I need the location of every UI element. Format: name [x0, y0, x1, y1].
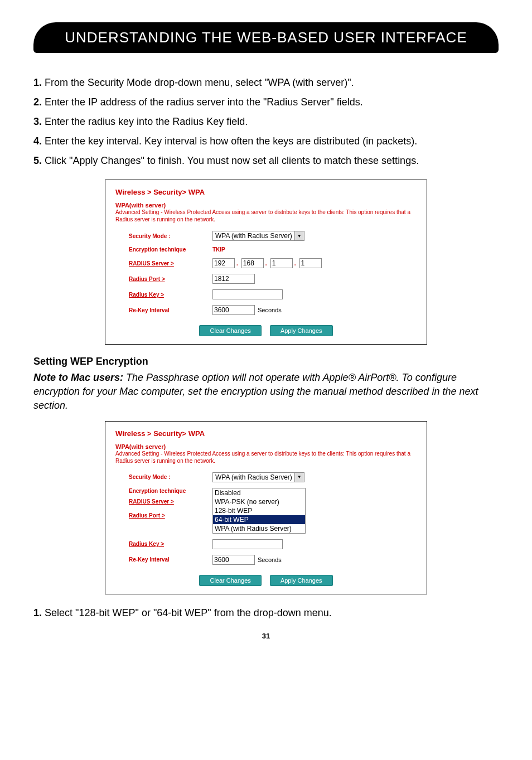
panel-description: Advanced Setting - Wireless Protected Ac… — [115, 209, 417, 223]
rekey-label: Re-Key Interval — [129, 307, 212, 313]
apply-changes-button[interactable]: Apply Changes — [270, 325, 333, 336]
encryption-label: Encryption technique — [129, 488, 212, 494]
top-instruction-list: 1. From the Security Mode drop-down menu… — [33, 75, 499, 168]
ip-separator: . — [236, 260, 238, 267]
security-mode-value: WPA (with Radius Server) — [213, 231, 294, 240]
radius-server-label[interactable]: RADIUS Server > — [129, 498, 212, 505]
note-lead: Note to Mac users: — [33, 372, 123, 383]
instruction-item: 1. Select "128-bit WEP" or "64-bit WEP" … — [33, 606, 499, 621]
page-number: 31 — [33, 632, 499, 640]
step-number: 1. — [33, 77, 42, 88]
radius-key-input[interactable] — [212, 289, 283, 299]
radius-key-label[interactable]: Radius Key > — [129, 541, 212, 547]
panel-subhead: WPA(with server) — [115, 202, 417, 209]
seconds-label: Seconds — [258, 307, 282, 313]
encryption-label: Encryption technique — [129, 246, 212, 253]
panel-description: Advanced Setting - Wireless Protected Ac… — [115, 450, 417, 464]
radius-port-input[interactable] — [212, 274, 255, 284]
instruction-item: 3. Enter the radius key into the Radius … — [33, 114, 499, 129]
security-mode-select[interactable]: WPA (with Radius Server) ▼ — [212, 472, 304, 482]
dropdown-option-selected[interactable]: 64-bit WEP — [213, 515, 305, 524]
radius-server-label[interactable]: RADIUS Server > — [129, 260, 212, 267]
security-mode-label: Security Mode : — [129, 233, 212, 239]
step-text: Enter the radius key into the Radius Key… — [45, 116, 248, 127]
step-number: 3. — [33, 116, 42, 127]
rekey-input[interactable] — [212, 555, 255, 565]
step-text: Click "Apply Changes" to finish. You mus… — [45, 155, 419, 166]
radius-key-input[interactable] — [212, 539, 283, 549]
page-header: UNDERSTANDING THE WEB-BASED USER INTERFA… — [33, 22, 499, 53]
dropdown-option[interactable]: WPA (with Radius Server) — [213, 524, 305, 533]
instruction-item: 4. Enter the key interval. Key interval … — [33, 134, 499, 149]
radius-ip-3[interactable] — [270, 258, 293, 268]
step-text: Enter the key interval. Key interval is … — [45, 135, 417, 147]
dropdown-option[interactable]: WPA-PSK (no server) — [213, 497, 305, 506]
bottom-instruction-list: 1. Select "128-bit WEP" or "64-bit WEP" … — [33, 606, 499, 621]
radius-ip-4[interactable] — [299, 258, 322, 268]
step-number: 4. — [33, 135, 42, 147]
step-text: From the Security Mode drop-down menu, s… — [45, 77, 354, 88]
apply-changes-button[interactable]: Apply Changes — [270, 575, 333, 586]
security-mode-select[interactable]: WPA (with Radius Server) ▼ — [212, 231, 304, 241]
security-mode-dropdown-open[interactable]: Disabled WPA-PSK (no server) 128-bit WEP… — [212, 488, 306, 534]
clear-changes-button[interactable]: Clear Changes — [199, 575, 261, 586]
dropdown-option[interactable]: Disabled — [213, 488, 305, 497]
wpa-config-screenshot-1: Wireless > Security> WPA WPA(with server… — [105, 180, 427, 345]
instruction-item: 1. From the Security Mode drop-down menu… — [33, 75, 499, 90]
step-number: 1. — [33, 607, 42, 618]
radius-ip-2[interactable] — [241, 258, 264, 268]
rekey-input[interactable] — [212, 305, 255, 315]
instruction-item: 5. Click "Apply Changes" to finish. You … — [33, 153, 499, 168]
radius-ip-1[interactable] — [212, 258, 235, 268]
dropdown-arrow-icon: ▼ — [294, 231, 304, 240]
panel-subhead: WPA(with server) — [115, 443, 417, 450]
seconds-label: Seconds — [258, 556, 282, 563]
instruction-item: 2. Enter the IP address of the radius se… — [33, 95, 499, 110]
clear-changes-button[interactable]: Clear Changes — [199, 325, 261, 336]
radius-port-label[interactable]: Radius Port > — [129, 512, 212, 519]
wpa-config-screenshot-2: Wireless > Security> WPA WPA(with server… — [105, 421, 427, 594]
ip-separator: . — [265, 260, 267, 267]
step-number: 2. — [33, 96, 42, 108]
radius-key-label[interactable]: Radius Key > — [129, 292, 212, 298]
step-text: Select "128-bit WEP" or "64-bit WEP" fro… — [45, 607, 332, 618]
mac-users-note: Note to Mac users: The Passphrase option… — [33, 371, 499, 413]
breadcrumb: Wireless > Security> WPA — [115, 429, 417, 438]
radius-port-label[interactable]: Radius Port > — [129, 276, 212, 282]
dropdown-arrow-icon: ▼ — [294, 473, 304, 482]
wep-section-title: Setting WEP Encryption — [33, 356, 499, 367]
step-text: Enter the IP address of the radius serve… — [45, 96, 363, 108]
rekey-label: Re-Key Interval — [129, 556, 212, 563]
step-number: 5. — [33, 155, 42, 166]
breadcrumb: Wireless > Security> WPA — [115, 188, 417, 196]
dropdown-option[interactable]: 128-bit WEP — [213, 506, 305, 515]
encryption-value: TKIP — [212, 246, 225, 253]
page-title: UNDERSTANDING THE WEB-BASED USER INTERFA… — [33, 29, 499, 46]
ip-separator: . — [294, 260, 296, 267]
security-mode-value: WPA (with Radius Server) — [213, 473, 294, 482]
security-mode-label: Security Mode : — [129, 474, 212, 480]
